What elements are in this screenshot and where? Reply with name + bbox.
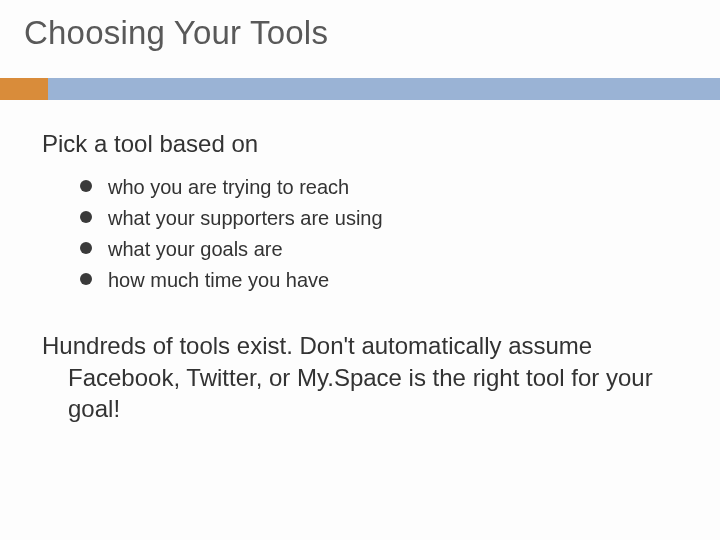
slide-body: Pick a tool based on who you are trying … [42, 130, 662, 425]
accent-bar-right [48, 78, 720, 100]
list-item: what your supporters are using [104, 203, 662, 234]
closing-paragraph: Hundreds of tools exist. Don't automatic… [42, 330, 662, 425]
slide: Choosing Your Tools Pick a tool based on… [0, 0, 720, 540]
accent-bar-left [0, 78, 48, 100]
list-item: who you are trying to reach [104, 172, 662, 203]
lead-text: Pick a tool based on [42, 130, 662, 158]
bullet-list: who you are trying to reach what your su… [42, 172, 662, 296]
slide-title: Choosing Your Tools [24, 14, 328, 52]
list-item: how much time you have [104, 265, 662, 296]
list-item: what your goals are [104, 234, 662, 265]
accent-bar [0, 78, 720, 100]
